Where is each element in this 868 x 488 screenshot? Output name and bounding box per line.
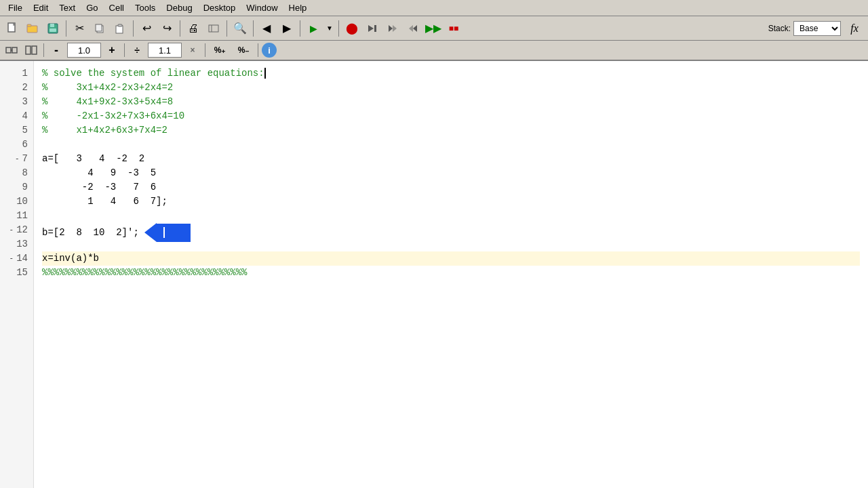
code-line-1: % solve the system of linear equations: — [42, 66, 860, 81]
code-line-5: % x1+4x2+6x3+7x4=2 — [42, 123, 860, 138]
line-num-5: 5 — [0, 123, 33, 138]
nav-group-button[interactable] — [204, 19, 223, 38]
svg-rect-17 — [32, 46, 37, 54]
separator-t2-1 — [43, 43, 44, 57]
menubar: File Edit Text Go Cell Tools Debug Deskt… — [0, 0, 868, 16]
line-num-4: 4 — [0, 109, 33, 123]
code-line-7: a=[ 3 4 -2 2 — [42, 152, 860, 166]
copy-button[interactable] — [90, 19, 109, 38]
menu-cell[interactable]: Cell — [104, 1, 130, 14]
svg-rect-7 — [96, 24, 102, 31]
cut-button[interactable]: ✂ — [70, 19, 89, 38]
menu-debug[interactable]: Debug — [161, 1, 197, 14]
cell-wrap-button2[interactable] — [22, 42, 40, 58]
undo-button[interactable]: ↩ — [137, 19, 156, 38]
paste-button[interactable] — [111, 19, 130, 38]
fold-marker-12[interactable]: - — [9, 223, 14, 237]
line-num-2: 2 — [0, 81, 33, 95]
value2-input[interactable] — [148, 43, 182, 58]
line-num-13: 13 — [0, 237, 33, 251]
menu-edit[interactable]: Edit — [28, 1, 54, 14]
svg-rect-14 — [12, 47, 17, 53]
percent1-button[interactable]: %₊ — [209, 42, 231, 58]
svg-rect-12 — [374, 25, 376, 32]
editor: 123456-7891011-1213-1415 % solve the sys… — [0, 61, 868, 488]
svg-rect-8 — [116, 26, 123, 33]
continue-button[interactable]: ▶▶ — [424, 19, 443, 38]
svg-rect-13 — [6, 47, 11, 53]
cell-wrap-button1[interactable] — [3, 42, 20, 58]
divide-button[interactable]: ÷ — [128, 42, 146, 58]
separator6 — [300, 20, 300, 37]
code-line-13 — [42, 237, 860, 251]
line-num-1: 1 — [0, 66, 33, 81]
svg-rect-9 — [118, 24, 122, 26]
code-line-10: 1 4 6 7]; — [42, 195, 860, 209]
new-file-button[interactable] — [3, 19, 22, 38]
separator5 — [253, 20, 254, 37]
fx-button[interactable]: fx — [844, 19, 865, 38]
step-out-button[interactable] — [403, 19, 422, 38]
line-num-14: -14 — [0, 251, 33, 266]
code-line-11 — [42, 209, 860, 223]
code-line-9: -2 -3 7 6 — [42, 180, 860, 195]
separator3 — [180, 20, 180, 37]
open-button[interactable] — [23, 19, 42, 38]
separator-t2-3 — [205, 43, 205, 57]
stack-label: Stack: — [768, 24, 791, 33]
line-num-15: 15 — [0, 266, 33, 280]
code-line-6 — [42, 138, 860, 152]
menu-desktop[interactable]: Desktop — [198, 1, 241, 14]
separator-t2-2 — [124, 43, 125, 57]
exit-debug-button[interactable]: ■■ — [444, 19, 463, 38]
code-line-12: b=[2 8 10 2]'; — [42, 223, 860, 237]
info-button[interactable]: i — [262, 43, 277, 58]
menu-window[interactable]: Window — [241, 1, 283, 14]
find-button[interactable]: 🔍 — [231, 19, 250, 38]
toolbar1: ✂ ↩ ↪ 🖨 🔍 ◀ ▶ ▶ ▼ ⬤ ▶▶ ■■ Stack: — [0, 16, 868, 41]
menu-go[interactable]: Go — [81, 1, 103, 14]
svg-rect-10 — [209, 25, 218, 32]
print-button[interactable]: 🖨 — [184, 19, 203, 38]
code-line-15: %%%%%%%%%%%%%%%%%%%%%%%%%%%%%%%%%%%% — [42, 266, 860, 280]
run-button[interactable]: ▶ — [304, 19, 323, 38]
separator7 — [338, 20, 339, 37]
line-num-8: 8 — [0, 166, 33, 180]
redo-button[interactable]: ↪ — [157, 19, 176, 38]
percent2-button[interactable]: %₋ — [233, 42, 254, 58]
svg-rect-16 — [26, 46, 31, 54]
line-num-3: 3 — [0, 95, 33, 109]
plus-button[interactable]: + — [103, 42, 121, 58]
line-num-12: -12 — [0, 223, 33, 237]
back-button[interactable]: ◀ — [257, 19, 276, 38]
svg-rect-5 — [50, 28, 56, 32]
step-button[interactable] — [363, 19, 382, 38]
svg-rect-4 — [50, 24, 54, 27]
code-area[interactable]: % solve the system of linear equations:%… — [34, 61, 868, 488]
close-value-button[interactable]: × — [184, 42, 201, 58]
menu-file[interactable]: File — [3, 1, 28, 14]
stack-select[interactable]: Base — [793, 21, 841, 36]
save-button[interactable] — [43, 19, 62, 38]
separator-t2-4 — [258, 43, 258, 57]
separator4 — [226, 20, 227, 37]
forward-button[interactable]: ▶ — [277, 19, 296, 38]
line-num-10: 10 — [0, 195, 33, 209]
toolbar2: - + ÷ × %₊ %₋ i — [0, 41, 868, 61]
run-dropdown-button[interactable]: ▼ — [324, 19, 335, 38]
menu-help[interactable]: Help — [283, 1, 313, 14]
code-line-8: 4 9 -3 5 — [42, 166, 860, 180]
step-in-button[interactable] — [383, 19, 402, 38]
value1-input[interactable] — [67, 43, 101, 58]
line-num-11: 11 — [0, 209, 33, 223]
fold-marker-14[interactable]: - — [9, 251, 14, 266]
code-line-4: % -2x1-3x2+7x3+6x4=10 — [42, 109, 860, 123]
code-line-2: % 3x1+4x2-2x3+2x4=2 — [42, 81, 860, 95]
line-num-7: -7 — [0, 152, 33, 166]
breakpoint-button[interactable]: ⬤ — [342, 19, 361, 38]
menu-text[interactable]: Text — [54, 1, 81, 14]
fold-marker-7[interactable]: - — [15, 152, 20, 166]
minus-button[interactable]: - — [47, 42, 65, 58]
line-num-9: 9 — [0, 180, 33, 195]
menu-tools[interactable]: Tools — [130, 1, 161, 14]
